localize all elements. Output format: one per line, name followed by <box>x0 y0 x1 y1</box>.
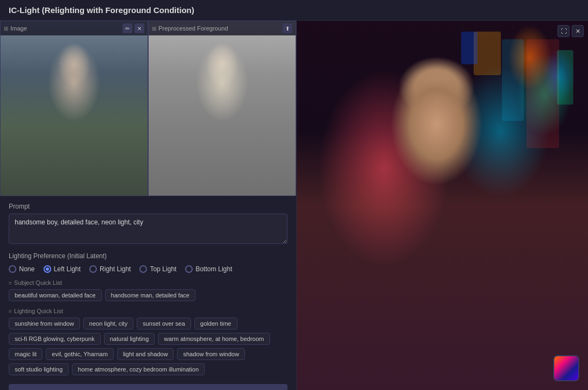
lighting-tag[interactable]: sunshine from window <box>9 318 80 330</box>
radio-circle-right <box>89 265 97 273</box>
subject-tag[interactable]: handsome man, detailed face <box>105 289 195 301</box>
output-image-bg <box>297 21 588 390</box>
neon-light-4 <box>474 32 501 75</box>
radio-left-light[interactable]: Left Light <box>44 265 81 273</box>
avatar-badge <box>553 355 579 381</box>
subject-tag-list: beautiful woman, detailed facehandsome m… <box>9 289 287 301</box>
right-panel-controls: ⛶ ✕ <box>558 25 584 37</box>
image-panel-grid-icon: ⊞ <box>4 26 8 32</box>
image-panel-label: Image <box>10 25 27 32</box>
subject-list-icon: ≡ <box>9 280 12 286</box>
close-output-button[interactable]: ✕ <box>572 25 584 37</box>
preprocessed-upload-button[interactable]: ⬆ <box>283 23 292 33</box>
radio-label-top: Top Light <box>150 265 176 273</box>
output-image <box>297 21 588 390</box>
radio-label-none: None <box>19 265 35 273</box>
preprocessed-panel-header: ⊞ Preprocessed Foreground ⬆ <box>149 21 296 35</box>
image-panel-header: ⊞ Image ✏ ✕ <box>1 21 148 35</box>
lighting-tag[interactable]: soft studio lighting <box>9 363 69 375</box>
lighting-tag[interactable]: sci-fi RGB glowing, cyberpunk <box>9 333 101 345</box>
neon-light-1 <box>526 39 559 148</box>
lighting-tag[interactable]: neon light, city <box>83 318 133 330</box>
lighting-tag[interactable]: magic lit <box>9 348 42 360</box>
lighting-tag[interactable]: home atmosphere, cozy bedroom illuminati… <box>72 363 205 375</box>
preprocessed-image-panel: ⊞ Preprocessed Foreground ⬆ <box>148 21 296 196</box>
original-image-panel: ⊞ Image ✏ ✕ <box>0 21 148 196</box>
radio-label-right: Right Light <box>100 265 131 273</box>
lighting-label: Lighting Preference (Initial Latent) <box>9 252 287 260</box>
lighting-tag[interactable]: light and shadow <box>117 348 174 360</box>
radio-bottom-light[interactable]: Bottom Light <box>185 265 232 273</box>
subject-tag[interactable]: beautiful woman, detailed face <box>9 289 102 301</box>
preprocessed-panel-grid-icon: ⊞ <box>152 26 156 32</box>
radio-right-light[interactable]: Right Light <box>89 265 131 273</box>
lighting-tag[interactable]: warm atmosphere, at home, bedroom <box>158 333 270 345</box>
lighting-tag[interactable]: natural lighting <box>104 333 155 345</box>
neon-light-3 <box>557 50 573 105</box>
original-image <box>1 21 148 196</box>
lighting-options-row: None Left Light Right Light Top Light Bo… <box>9 265 287 273</box>
lighting-tag[interactable]: evil, gothic, Yharnam <box>46 348 114 360</box>
subject-quick-list-title: ≡ Subject Quick List <box>9 279 287 286</box>
radio-label-bottom: Bottom Light <box>195 265 232 273</box>
relight-button[interactable]: Relight <box>9 384 287 390</box>
preprocessed-panel-label: Preprocessed Foreground <box>158 25 228 32</box>
radio-label-left: Left Light <box>54 265 81 273</box>
app-title-text: IC-Light (Relighting with Foreground Con… <box>9 5 194 15</box>
left-panel: ⊞ Image ✏ ✕ <box>0 21 297 390</box>
radio-circle-none <box>9 265 16 273</box>
lighting-tag-list: sunshine from windowneon light, citysuns… <box>9 318 287 375</box>
radio-circle-bottom <box>185 265 193 273</box>
image-close-button[interactable]: ✕ <box>134 23 144 33</box>
lighting-quick-list-title: ≡ Lighting Quick List <box>9 308 287 314</box>
prompt-textarea[interactable]: handsome boy, detailed face, neon light,… <box>9 214 287 244</box>
controls-area: Prompt handsome boy, detailed face, neon… <box>0 196 296 390</box>
radio-none[interactable]: None <box>9 265 35 273</box>
avatar-inner <box>554 356 578 380</box>
neon-light-2 <box>502 39 524 121</box>
main-layout: ⊞ Image ✏ ✕ <box>0 21 588 390</box>
radio-top-light[interactable]: Top Light <box>139 265 176 273</box>
preprocessed-image <box>149 21 296 196</box>
image-row: ⊞ Image ✏ ✕ <box>0 21 296 196</box>
lighting-tag[interactable]: sunset over sea <box>137 318 191 330</box>
expand-button[interactable]: ⛶ <box>558 25 569 37</box>
lighting-tag[interactable]: golden time <box>194 318 237 330</box>
prompt-label: Prompt <box>9 203 287 210</box>
right-panel: ⛶ ✕ <box>297 21 588 390</box>
radio-circle-top <box>139 265 147 273</box>
neon-light-5 <box>461 32 477 64</box>
radio-circle-left <box>44 265 51 273</box>
lighting-tag[interactable]: shadow from window <box>177 348 245 360</box>
app-title: IC-Light (Relighting with Foreground Con… <box>0 0 588 21</box>
image-edit-button[interactable]: ✏ <box>122 23 132 33</box>
lighting-list-icon: ≡ <box>9 308 12 314</box>
